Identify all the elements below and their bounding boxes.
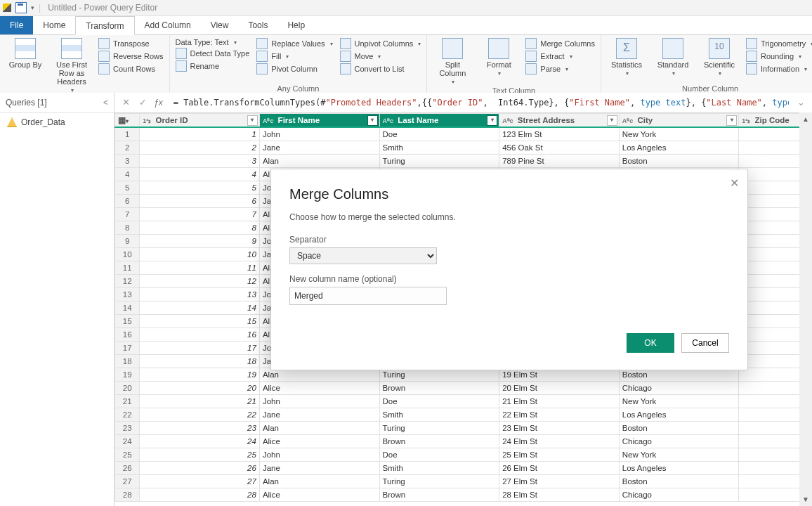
tab-help[interactable]: Help: [277, 16, 315, 34]
filter-icon[interactable]: ▾: [487, 115, 497, 126]
cell[interactable]: John: [259, 127, 379, 141]
cell[interactable]: 27: [140, 475, 260, 488]
statistics-button[interactable]: Statistics▾: [607, 38, 646, 77]
cell[interactable]: Smith: [379, 408, 499, 422]
tab-transform[interactable]: Transform: [75, 16, 134, 35]
cell[interactable]: New York: [619, 448, 739, 462]
cell[interactable]: 14: [140, 301, 260, 315]
column-header[interactable]: Aᴮc Street Address▾: [499, 114, 620, 128]
cell[interactable]: Doe: [379, 127, 499, 141]
row-header[interactable]: 3: [115, 155, 140, 168]
row-header[interactable]: 20: [115, 382, 140, 395]
cell[interactable]: Boston: [619, 475, 739, 488]
tab-view[interactable]: View: [201, 16, 239, 34]
cell[interactable]: Los Angeles: [619, 462, 739, 475]
query-item[interactable]: Order_Data: [0, 113, 114, 131]
cell[interactable]: Smith: [379, 141, 499, 155]
row-header[interactable]: 6: [115, 195, 140, 208]
cell[interactable]: Turing: [379, 475, 499, 488]
scientific-button[interactable]: Scientific▾: [700, 38, 739, 77]
cell[interactable]: 17: [140, 342, 260, 355]
cell[interactable]: 13: [140, 288, 260, 301]
trigonometry-button[interactable]: Trigonometry▾: [746, 38, 812, 49]
split-column-button[interactable]: Split Column▾: [433, 38, 472, 85]
pivot-button[interactable]: Pivot Column: [256, 63, 332, 74]
cell[interactable]: Alice: [259, 382, 379, 395]
cell[interactable]: Brown: [379, 488, 499, 502]
cell[interactable]: 4: [140, 168, 260, 181]
cell[interactable]: 20: [140, 382, 260, 395]
cell[interactable]: 21: [140, 395, 260, 408]
move-button[interactable]: Move▾: [340, 51, 421, 62]
row-header[interactable]: 7: [115, 208, 140, 221]
row-header[interactable]: 1: [115, 127, 140, 141]
cell[interactable]: 123 Elm St: [499, 127, 620, 141]
cancel-formula-icon[interactable]: ✕: [120, 97, 131, 108]
ok-button[interactable]: OK: [627, 333, 674, 353]
transpose-button[interactable]: Transpose: [98, 38, 164, 49]
cell[interactable]: 789 Pine St: [499, 155, 620, 168]
filter-icon[interactable]: ▾: [726, 115, 737, 126]
row-header[interactable]: 22: [115, 408, 140, 422]
cell[interactable]: 24: [140, 435, 260, 448]
cell[interactable]: John: [259, 395, 379, 408]
cell[interactable]: 21 Elm St: [499, 395, 620, 408]
row-header[interactable]: 23: [115, 422, 140, 435]
cell[interactable]: Alice: [259, 488, 379, 502]
cell[interactable]: 15: [140, 315, 260, 328]
separator-select[interactable]: Space: [289, 247, 437, 264]
cell[interactable]: 16: [140, 328, 260, 342]
cell[interactable]: New York: [619, 395, 739, 408]
cell[interactable]: New York: [619, 127, 739, 141]
row-header[interactable]: 24: [115, 435, 140, 448]
cell[interactable]: Smith: [379, 462, 499, 475]
cell[interactable]: John: [259, 448, 379, 462]
column-header[interactable]: Aᴮc First Name▾: [259, 114, 379, 128]
cell[interactable]: 28: [140, 488, 260, 502]
collapse-icon[interactable]: <: [103, 98, 108, 108]
cell[interactable]: 27 Elm St: [499, 475, 620, 488]
cell[interactable]: 19: [140, 368, 260, 382]
cell[interactable]: 6: [140, 195, 260, 208]
row-header[interactable]: 11: [115, 261, 140, 275]
row-header[interactable]: 27: [115, 475, 140, 488]
cell[interactable]: 10: [140, 248, 260, 261]
cell[interactable]: Chicago: [619, 435, 739, 448]
cancel-button[interactable]: Cancel: [681, 333, 729, 353]
cell[interactable]: Alan: [259, 422, 379, 435]
cell[interactable]: 3: [140, 155, 260, 168]
close-icon[interactable]: ✕: [730, 176, 739, 190]
new-name-input[interactable]: [289, 287, 447, 305]
tab-add-column[interactable]: Add Column: [135, 16, 201, 34]
parse-button[interactable]: Parse▾: [525, 63, 595, 74]
row-header[interactable]: 25: [115, 448, 140, 462]
cell[interactable]: Boston: [619, 422, 739, 435]
table-corner[interactable]: ▦▾: [115, 114, 140, 128]
row-header[interactable]: 2: [115, 141, 140, 155]
row-header[interactable]: 17: [115, 342, 140, 355]
row-header[interactable]: 18: [115, 355, 140, 368]
qat-dropdown-icon[interactable]: ▾: [31, 4, 34, 11]
rename-button[interactable]: Rename: [176, 60, 250, 72]
scroll-down-icon[interactable]: ▼: [802, 493, 809, 506]
row-header[interactable]: 14: [115, 301, 140, 315]
row-header[interactable]: 12: [115, 275, 140, 288]
cell[interactable]: Alan: [259, 475, 379, 488]
row-header[interactable]: 28: [115, 488, 140, 502]
merge-columns-button[interactable]: Merge Columns: [525, 38, 595, 49]
tab-file[interactable]: File: [0, 16, 33, 34]
filter-icon[interactable]: ▾: [607, 115, 617, 126]
tab-tools[interactable]: Tools: [238, 16, 277, 34]
cell[interactable]: 25 Elm St: [499, 448, 620, 462]
cell[interactable]: 20 Elm St: [499, 382, 620, 395]
cell[interactable]: 26: [140, 462, 260, 475]
rounding-button[interactable]: Rounding▾: [746, 51, 812, 62]
row-header[interactable]: 19: [115, 368, 140, 382]
cell[interactable]: Doe: [379, 395, 499, 408]
cell[interactable]: 1: [140, 127, 260, 141]
column-header[interactable]: Aᴮc City▾: [619, 114, 739, 128]
cell[interactable]: Los Angeles: [619, 408, 739, 422]
row-header[interactable]: 4: [115, 168, 140, 181]
cell[interactable]: 456 Oak St: [499, 141, 620, 155]
information-button[interactable]: Information▾: [746, 63, 812, 74]
